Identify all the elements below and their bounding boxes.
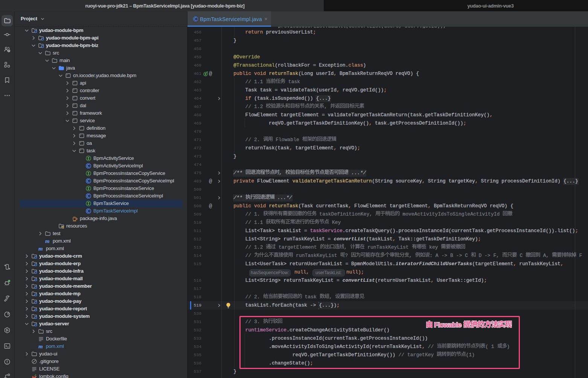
svg-text:Flowable: Flowable — [434, 321, 462, 329]
svg-text:?: ? — [8, 49, 9, 52]
